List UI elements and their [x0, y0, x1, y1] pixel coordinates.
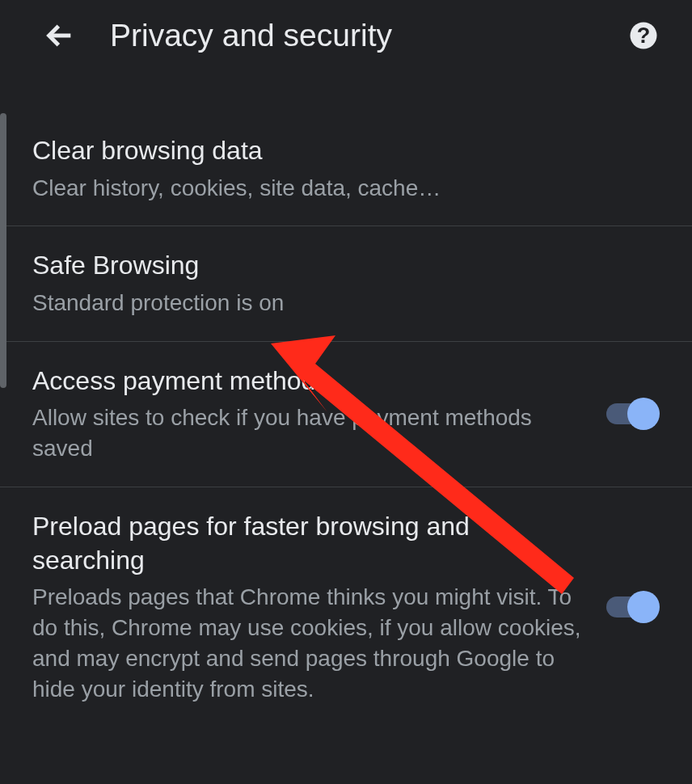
item-subtitle: Clear history, cookies, site data, cache…	[32, 173, 643, 204]
item-content: Access payment methods Allow sites to ch…	[32, 365, 601, 464]
help-icon[interactable]: ?	[627, 19, 660, 52]
preload-pages-toggle[interactable]	[601, 591, 660, 623]
item-subtitle: Standard protection is on	[32, 288, 643, 318]
item-content: Preload pages for faster browsing and se…	[32, 510, 601, 704]
item-content: Safe Browsing Standard protection is on	[32, 249, 660, 318]
item-title: Clear browsing data	[32, 134, 643, 168]
access-payment-methods-item[interactable]: Access payment methods Allow sites to ch…	[0, 342, 692, 487]
item-title: Safe Browsing	[32, 249, 643, 283]
toggle-thumb	[627, 591, 660, 623]
preload-pages-item[interactable]: Preload pages for faster browsing and se…	[0, 487, 692, 727]
page-title: Privacy and security	[110, 18, 627, 53]
settings-list: Clear browsing data Clear history, cooki…	[0, 112, 692, 727]
item-title: Access payment methods	[32, 365, 585, 398]
header: Privacy and security ?	[0, 0, 692, 71]
item-content: Clear browsing data Clear history, cooki…	[32, 134, 660, 203]
clear-browsing-data-item[interactable]: Clear browsing data Clear history, cooki…	[0, 112, 692, 226]
payment-methods-toggle[interactable]	[601, 398, 660, 430]
safe-browsing-item[interactable]: Safe Browsing Standard protection is on	[0, 226, 692, 341]
back-arrow-icon[interactable]	[40, 16, 79, 55]
item-title: Preload pages for faster browsing and se…	[32, 510, 585, 577]
svg-text:?: ?	[637, 23, 651, 48]
item-subtitle: Preloads pages that Chrome thinks you mi…	[32, 582, 585, 704]
item-subtitle: Allow sites to check if you have payment…	[32, 403, 585, 464]
toggle-thumb	[627, 398, 660, 430]
scroll-indicator	[0, 113, 6, 388]
